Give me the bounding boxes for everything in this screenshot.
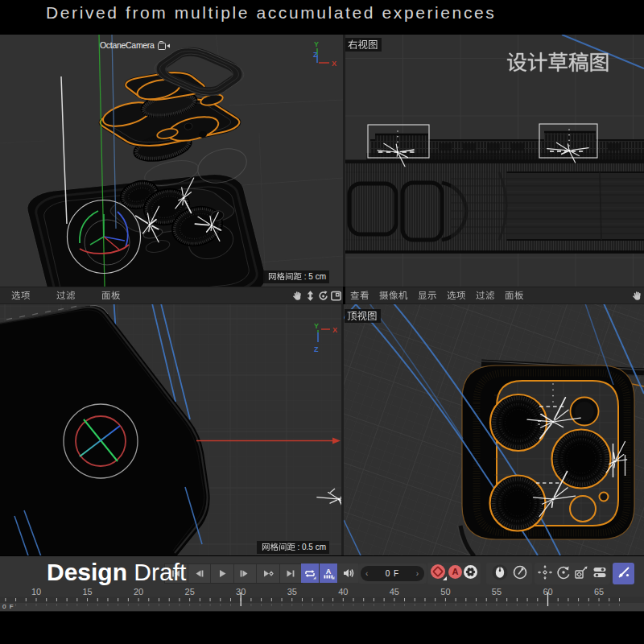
playback-toggles: A xyxy=(301,564,337,584)
play-to-next-key-button[interactable] xyxy=(257,564,280,583)
mouse-icon xyxy=(492,564,508,580)
previous-frame-button[interactable] xyxy=(188,564,212,583)
grid-spacing-badge-perspective: : 5 cm xyxy=(263,270,329,283)
viewport-label-right-view xyxy=(345,38,382,52)
loop-mode-button[interactable] xyxy=(301,564,319,583)
record-keyframe-button[interactable] xyxy=(430,564,448,584)
svg-text:Z: Z xyxy=(313,51,318,59)
goto-end-button-icon xyxy=(285,568,296,579)
gear-icon xyxy=(463,564,478,580)
toggle-view-icon[interactable] xyxy=(331,291,341,301)
play-forwards-button[interactable] xyxy=(211,564,234,583)
perspective-scene: YZX xyxy=(0,35,343,287)
record-position-button[interactable] xyxy=(537,564,553,584)
next-frame-button-icon xyxy=(239,568,250,579)
frame-increment-arrow[interactable]: › xyxy=(416,568,419,579)
current-frame-strip[interactable]: 0 F xyxy=(0,603,644,612)
menu-rightview-1[interactable] xyxy=(379,291,408,300)
menu-perspective-2[interactable] xyxy=(101,291,121,300)
svg-text:X: X xyxy=(332,326,337,334)
play-mode-all-frames-button[interactable]: A xyxy=(320,564,337,583)
grid-spacing-value: : 0.5 cm xyxy=(295,543,326,551)
menu-rightview-5[interactable] xyxy=(505,291,524,300)
viewport-perspective[interactable]: YZX OctaneCamera : 5 cm xyxy=(0,35,343,287)
keyframe-selection-button[interactable] xyxy=(512,564,528,584)
viewport-front-view[interactable]: YXZ : 0.5 cm xyxy=(0,304,341,555)
previous-frame-button-icon xyxy=(193,568,204,579)
svg-text:Z: Z xyxy=(314,345,319,353)
scale-icon xyxy=(573,564,589,580)
record-channels-group xyxy=(535,563,610,584)
parameter-icon xyxy=(592,564,608,580)
record-active-objects-button[interactable] xyxy=(492,564,508,584)
record-mode-group xyxy=(486,563,532,584)
menu-perspective-0[interactable] xyxy=(11,291,31,300)
record-keyframe-icon xyxy=(430,564,448,581)
svg-text:Y: Y xyxy=(314,40,319,48)
grid-spacing-cjk xyxy=(262,543,295,551)
menu-items-right xyxy=(345,291,524,300)
top-view-scene xyxy=(344,304,644,555)
grid-spacing-cjk xyxy=(268,272,302,281)
c4d-application-window: Derived from multiple accumulated experi… xyxy=(0,0,644,644)
autokeying-button[interactable]: A xyxy=(448,564,463,583)
pla-icon xyxy=(616,564,632,580)
record-parameter-button[interactable] xyxy=(592,564,608,584)
design-draft-title: Design Draft xyxy=(47,559,186,586)
zoom-arrows-icon[interactable] xyxy=(305,291,316,301)
grid-spacing-badge-front: : 0.5 cm xyxy=(257,541,329,554)
keying-settings-button[interactable] xyxy=(463,564,478,583)
speaker-icon xyxy=(342,568,355,579)
viewport-nav-icons-left xyxy=(292,291,343,301)
record-scale-button[interactable] xyxy=(573,564,589,584)
frame-field[interactable]: 0 F‹› xyxy=(358,564,427,584)
record-pla-button[interactable] xyxy=(616,564,632,584)
sound-group xyxy=(338,564,358,584)
pan-hand-icon[interactable] xyxy=(292,291,303,301)
menu-items-left xyxy=(0,291,121,300)
record-rotation-button[interactable] xyxy=(555,564,572,584)
menubar-right-view xyxy=(345,287,644,304)
autokeying-icon: A xyxy=(448,564,463,580)
pan-hand-icon[interactable] xyxy=(632,291,642,301)
rotation-icon xyxy=(555,564,572,580)
menu-rightview-0[interactable] xyxy=(350,291,369,300)
position-icon xyxy=(537,564,553,580)
frame-decrement-arrow[interactable]: ‹ xyxy=(365,568,369,579)
camera-label[interactable]: OctaneCamera xyxy=(100,40,171,50)
record-pla-group xyxy=(613,563,634,584)
animation-timeline-bar: A0 F‹›A 0 F Design Draft 101520253035404… xyxy=(0,555,644,644)
frame-mode-icon: A xyxy=(322,568,335,580)
loop-icon xyxy=(303,568,316,580)
camera-label-text: OctaneCamera xyxy=(100,40,155,50)
menu-perspective-1[interactable] xyxy=(56,291,76,300)
ruler-tick-band[interactable] xyxy=(0,597,644,603)
menu-rightview-3[interactable] xyxy=(447,291,466,300)
frame-field-value[interactable]: 0 F‹› xyxy=(361,566,424,581)
dial-icon xyxy=(512,564,528,580)
menu-rightview-4[interactable] xyxy=(476,291,495,300)
current-frame-label: 0 F xyxy=(2,603,14,610)
camera-icon[interactable] xyxy=(158,41,171,50)
menu-rightview-2[interactable] xyxy=(418,291,437,300)
svg-text:X: X xyxy=(332,60,336,68)
goto-end-button[interactable] xyxy=(280,564,303,583)
svg-text:Y: Y xyxy=(314,322,319,330)
header-title: Derived from multiple accumulated experi… xyxy=(46,3,496,23)
play-sound-button[interactable] xyxy=(338,564,358,583)
rotate-view-icon[interactable] xyxy=(318,291,328,301)
play-to-next-key-button-icon xyxy=(262,568,274,579)
viewport-top-view[interactable] xyxy=(344,304,644,555)
svg-text:A: A xyxy=(452,567,459,576)
play-forwards-button-icon xyxy=(217,568,228,579)
watermark-design-draft-cjk xyxy=(506,52,609,76)
viewport-right-view[interactable] xyxy=(345,35,644,287)
header-banner: Derived from multiple accumulated experi… xyxy=(0,0,644,35)
viewport-nav-icons-right xyxy=(632,291,644,301)
svg-text:A: A xyxy=(326,568,332,576)
grid-spacing-value: : 5 cm xyxy=(302,272,326,281)
front-view-scene: YXZ xyxy=(0,304,341,555)
keyframe-record-group: A xyxy=(427,563,481,584)
menubar-perspective xyxy=(0,287,343,304)
next-frame-button[interactable] xyxy=(234,564,258,583)
